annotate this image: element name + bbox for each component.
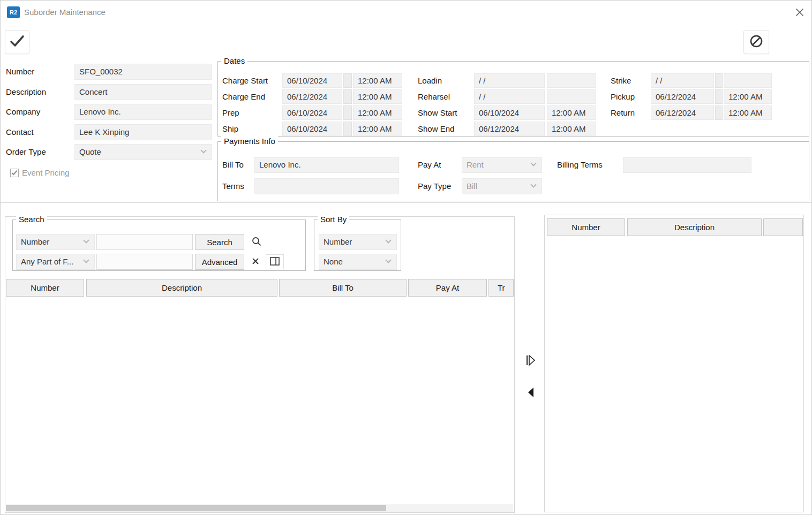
show-end-date[interactable]: 06/12/2024 — [474, 122, 545, 136]
checkmark-icon — [10, 35, 25, 49]
close-x-icon — [795, 7, 805, 19]
search-match-select[interactable]: Any Part of F... — [16, 254, 95, 270]
charge-end-time[interactable]: 12:00 AM — [353, 89, 402, 104]
horizontal-scrollbar[interactable] — [6, 504, 513, 512]
sort-secondary-value: None — [324, 257, 343, 266]
results-col-bill-to[interactable]: Bill To — [279, 279, 407, 297]
order-type-value: Quote — [79, 147, 101, 156]
number-label: Number — [6, 64, 34, 80]
pickup-label: Pickup — [611, 89, 635, 104]
loadin-time[interactable] — [547, 73, 596, 88]
move-right-icon — [525, 353, 536, 369]
search-magnifier-button[interactable] — [247, 235, 266, 249]
contact-label: Contact — [6, 124, 34, 140]
ship-date-picker[interactable] — [343, 122, 352, 136]
ship-time[interactable]: 12:00 AM — [353, 122, 402, 136]
charge-start-label: Charge Start — [222, 73, 268, 88]
move-left-icon — [525, 385, 536, 401]
billing-terms-label: Billing Terms — [557, 157, 603, 173]
move-right-button[interactable] — [522, 352, 538, 370]
save-button[interactable] — [5, 30, 29, 54]
bill-to-field[interactable]: Lenovo Inc. — [254, 157, 399, 173]
search-input-1[interactable] — [96, 234, 193, 250]
charge-end-label: Charge End — [222, 89, 265, 104]
number-field[interactable]: SFO_00032 — [74, 64, 212, 80]
strike-date-picker[interactable] — [715, 73, 723, 88]
clear-search-button[interactable] — [247, 255, 264, 269]
bill-to-label: Bill To — [222, 157, 244, 173]
strike-date[interactable]: / / — [651, 73, 714, 88]
scrollbar-thumb[interactable] — [6, 505, 386, 511]
ship-date[interactable]: 06/10/2024 — [282, 122, 342, 136]
terms-label: Terms — [222, 178, 244, 194]
loadin-label: Loadin — [418, 73, 442, 88]
pickup-date[interactable]: 06/12/2024 — [651, 89, 714, 104]
selected-col-spacer — [763, 218, 803, 236]
strike-time[interactable] — [724, 73, 772, 88]
close-icon[interactable] — [792, 6, 807, 20]
chevron-down-icon — [530, 160, 536, 166]
pay-type-value: Bill — [467, 181, 477, 191]
search-button[interactable]: Search — [195, 234, 244, 250]
charge-start-date-picker[interactable] — [343, 73, 352, 88]
advanced-button[interactable]: Advanced — [195, 254, 244, 270]
prep-date-picker[interactable] — [343, 105, 352, 120]
pickup-date-picker[interactable] — [715, 89, 723, 104]
charge-start-date[interactable]: 06/10/2024 — [282, 73, 342, 88]
reharsel-date[interactable]: / / — [474, 89, 545, 104]
selected-col-number[interactable]: Number — [547, 218, 625, 236]
pay-type-select[interactable]: Bill — [462, 178, 542, 194]
order-type-select[interactable]: Quote — [74, 144, 212, 160]
show-end-label: Show End — [418, 122, 454, 136]
selected-col-description[interactable]: Description — [627, 218, 762, 236]
column-chooser-button[interactable] — [266, 254, 284, 269]
results-col-number[interactable]: Number — [6, 279, 84, 297]
terms-field[interactable] — [254, 178, 399, 194]
sortby-legend: Sort By — [318, 214, 349, 225]
results-col-description[interactable]: Description — [86, 279, 277, 297]
pay-at-select[interactable]: Rent — [462, 157, 542, 173]
move-left-button[interactable] — [522, 384, 538, 402]
show-end-time[interactable]: 12:00 AM — [547, 122, 596, 136]
check-icon — [11, 168, 18, 178]
pay-at-value: Rent — [467, 160, 484, 169]
r2-logo: R2 — [7, 6, 20, 18]
description-field[interactable]: Concert — [74, 84, 212, 100]
return-label: Return — [611, 105, 635, 120]
charge-end-date[interactable]: 06/12/2024 — [282, 89, 342, 104]
contact-field[interactable]: Lee K Xinping — [74, 124, 212, 140]
charge-start-time[interactable]: 12:00 AM — [353, 73, 402, 88]
chevron-down-icon — [83, 257, 89, 263]
event-pricing-checkbox[interactable] — [10, 169, 19, 177]
payments-group: Payments Info Bill To Lenovo Inc. Terms … — [217, 141, 809, 201]
reharsel-time[interactable] — [547, 89, 596, 104]
show-start-date[interactable]: 06/10/2024 — [474, 105, 545, 120]
chevron-down-icon — [200, 147, 206, 153]
search-match-value: Any Part of F... — [21, 257, 73, 266]
event-pricing-label: Event Pricing — [22, 165, 69, 181]
magnifier-icon — [251, 236, 262, 248]
prep-time[interactable]: 12:00 AM — [353, 105, 402, 120]
return-time[interactable]: 12:00 AM — [724, 105, 772, 120]
return-date[interactable]: 06/12/2024 — [651, 105, 714, 120]
prep-date[interactable]: 06/10/2024 — [282, 105, 342, 120]
pickup-time[interactable]: 12:00 AM — [724, 89, 772, 104]
charge-end-date-picker[interactable] — [343, 89, 352, 104]
sort-primary-value: Number — [324, 237, 352, 246]
chevron-down-icon — [385, 257, 391, 263]
return-date-picker[interactable] — [715, 105, 723, 120]
sort-secondary-select[interactable]: None — [319, 254, 397, 270]
sort-primary-select[interactable]: Number — [319, 234, 397, 250]
company-field[interactable]: Lenovo Inc. — [74, 104, 212, 120]
show-start-time[interactable]: 12:00 AM — [547, 105, 596, 120]
results-col-pay-at[interactable]: Pay At — [408, 279, 487, 297]
company-label: Company — [6, 104, 40, 120]
search-legend: Search — [16, 214, 47, 225]
loadin-date[interactable]: / / — [474, 73, 545, 88]
search-input-2[interactable] — [96, 254, 193, 270]
search-field-select[interactable]: Number — [16, 234, 95, 250]
billing-terms-field[interactable] — [623, 157, 751, 173]
cancel-button[interactable] — [743, 30, 769, 54]
results-col-truncated[interactable]: Tr — [488, 279, 514, 297]
ship-label: Ship — [222, 122, 238, 136]
